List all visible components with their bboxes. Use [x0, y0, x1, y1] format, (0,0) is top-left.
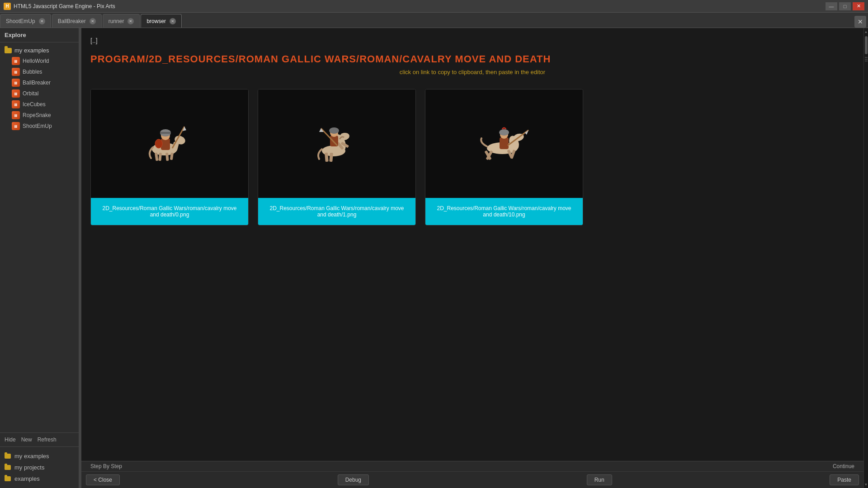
project-icon-HelloWorld: ▦ [12, 57, 20, 65]
sidebar-item-Orbital[interactable]: ▦ Orbital [0, 88, 79, 99]
tab-label-browser: browser [146, 18, 166, 24]
sidebar-examples-link[interactable]: examples [0, 473, 79, 484]
file-preview-2 [425, 89, 583, 198]
app-title: HTML5 Javascript Game Engine - Pix Arts [14, 3, 115, 9]
sidebar-actions: Hide New Refresh [0, 432, 79, 446]
file-preview-1 [258, 89, 416, 198]
step-by-step-button[interactable]: Step By Step [90, 463, 122, 469]
minimize-button[interactable]: — [826, 2, 837, 10]
sidebar-item-IceCubes[interactable]: ▦ IceCubes [0, 99, 79, 110]
svg-point-13 [155, 139, 162, 148]
sidebar-bottom: my examples my projects examples [0, 446, 79, 488]
file-grid: 2D_Resources/Roman Gallic Wars/roman/cav… [90, 89, 854, 225]
project-icon-BallBreaker: ▦ [12, 79, 20, 87]
tab-ShootEmUp[interactable]: ShootEmUp ✕ [0, 14, 51, 28]
project-icon-Orbital: ▦ [12, 89, 20, 98]
file-card-label-0: 2D_Resources/Roman Gallic Wars/roman/cav… [91, 198, 248, 225]
tab-BallBreaker[interactable]: BallBreaker ✕ [52, 14, 102, 28]
browser-content: [..] PROGRAM/2D_RESOURCES/ROMAN GALLIC W… [81, 28, 863, 461]
sidebar-item-label-RopeSnake: RopeSnake [23, 112, 51, 118]
bottom-bar: Step By Step Continue < Close Debug Run … [81, 461, 863, 488]
sidebar-my-projects-label: my projects [14, 464, 44, 471]
breadcrumb-link[interactable]: [..] [90, 37, 98, 44]
tab-bar-close-button[interactable]: ✕ [854, 16, 866, 28]
svg-rect-33 [500, 137, 509, 149]
file-card-0[interactable]: 2D_Resources/Roman Gallic Wars/roman/cav… [90, 89, 249, 225]
sidebar-my-projects-link[interactable]: my projects [0, 462, 79, 473]
scroll-thumb[interactable] [865, 36, 868, 54]
maximize-button[interactable]: □ [839, 2, 851, 10]
sidebar-item-BallBreaker[interactable]: ▦ BallBreaker [0, 77, 79, 88]
sidebar-hide-button[interactable]: Hide [5, 436, 16, 443]
sidebar-tree: my examples ▦ HelloWorld ▦ Bubbles ▦ Bal… [0, 42, 79, 432]
project-icon-Bubbles: ▦ [12, 68, 20, 76]
title-bar-controls[interactable]: — □ ✕ [826, 2, 864, 10]
folder-icon-sm-3 [5, 476, 11, 481]
sidebar-item-label-IceCubes: IceCubes [23, 101, 46, 108]
tab-close-ShootEmUp[interactable]: ✕ [39, 18, 45, 24]
sidebar-header: Explore [0, 28, 79, 42]
svg-point-35 [499, 129, 509, 136]
path-hint: click on link to copy to clipboard, then… [90, 69, 854, 75]
scroll-down-arrow[interactable]: ▼ [864, 483, 868, 486]
cavalry-sprite-0 [147, 126, 193, 162]
main-panel: [..] PROGRAM/2D_RESOURCES/ROMAN GALLIC W… [81, 28, 863, 488]
sidebar-item-label-Orbital: Orbital [23, 90, 38, 97]
continue-button[interactable]: Continue [833, 463, 854, 469]
tab-runner[interactable]: runner ✕ [103, 14, 140, 28]
tab-label-BallBreaker: BallBreaker [58, 18, 86, 24]
title-bar: H HTML5 Javascript Game Engine - Pix Art… [0, 0, 868, 13]
bottom-bar-bottom: < Close Debug Run Paste [81, 472, 863, 488]
svg-point-23 [329, 127, 339, 134]
sidebar-item-label-Bubbles: Bubbles [23, 69, 42, 75]
folder-icon-sm-1 [5, 454, 11, 459]
scroll-up-arrow[interactable]: ▲ [864, 30, 868, 33]
sidebar-my-examples-label: my examples [14, 453, 49, 460]
tab-label-ShootEmUp: ShootEmUp [6, 18, 35, 24]
tab-bar: ShootEmUp ✕ BallBreaker ✕ runner ✕ brows… [0, 13, 868, 28]
scroll-lines [865, 57, 868, 61]
project-icon-RopeSnake: ▦ [12, 111, 20, 119]
right-scrollbar[interactable]: ▲ ▼ [863, 28, 868, 488]
sidebar-folder-label: my examples [14, 47, 49, 54]
sidebar-item-RopeSnake[interactable]: ▦ RopeSnake [0, 110, 79, 121]
sidebar-item-label-BallBreaker: BallBreaker [23, 80, 51, 86]
sidebar-item-Bubbles[interactable]: ▦ Bubbles [0, 66, 79, 77]
path-heading: PROGRAM/2D_RESOURCES/ROMAN GALLIC WARS/R… [90, 53, 854, 65]
sidebar-refresh-button[interactable]: Refresh [38, 436, 57, 443]
close-button[interactable]: < Close [86, 474, 120, 485]
sidebar-item-label-ShootEmUp: ShootEmUp [23, 123, 52, 129]
folder-icon [5, 48, 12, 53]
tab-label-runner: runner [108, 18, 124, 24]
title-bar-left: H HTML5 Javascript Game Engine - Pix Art… [4, 3, 115, 10]
file-card-label-1: 2D_Resources/Roman Gallic Wars/roman/cav… [258, 198, 415, 225]
tab-browser[interactable]: browser ✕ [141, 14, 182, 28]
content-area: Explore my examples ▦ HelloWorld ▦ Bubbl… [0, 28, 868, 488]
cavalry-sprite-1 [315, 126, 360, 162]
project-icon-ShootEmUp: ▦ [12, 122, 20, 130]
sidebar-examples-label: examples [14, 475, 40, 482]
tab-close-runner[interactable]: ✕ [127, 18, 134, 24]
run-button[interactable]: Run [587, 474, 612, 485]
bottom-bar-top: Step By Step Continue [81, 461, 863, 472]
project-icon-IceCubes: ▦ [12, 100, 20, 108]
paste-button[interactable]: Paste [830, 474, 859, 485]
file-card-label-2: 2D_Resources/Roman Gallic Wars/roman/cav… [425, 198, 583, 225]
sidebar-my-examples-link[interactable]: my examples [0, 450, 79, 462]
sidebar-my-examples-folder[interactable]: my examples [0, 45, 79, 56]
tab-close-browser[interactable]: ✕ [170, 18, 176, 24]
app-container: ShootEmUp ✕ BallBreaker ✕ runner ✕ brows… [0, 13, 868, 488]
folder-icon-sm-2 [5, 465, 11, 470]
app-icon: H [4, 3, 11, 10]
file-card-2[interactable]: 2D_Resources/Roman Gallic Wars/roman/cav… [425, 89, 583, 225]
sidebar-new-button[interactable]: New [21, 436, 32, 443]
sidebar: Explore my examples ▦ HelloWorld ▦ Bubbl… [0, 28, 79, 488]
sidebar-item-HelloWorld[interactable]: ▦ HelloWorld [0, 56, 79, 66]
sidebar-item-ShootEmUp[interactable]: ▦ ShootEmUp [0, 121, 79, 131]
window-close-button[interactable]: ✕ [853, 2, 864, 10]
file-card-1[interactable]: 2D_Resources/Roman Gallic Wars/roman/cav… [258, 89, 416, 225]
tab-close-BallBreaker[interactable]: ✕ [90, 18, 96, 24]
svg-rect-10 [160, 132, 171, 134]
debug-button[interactable]: Debug [338, 474, 369, 485]
cavalry-sprite-2 [480, 126, 529, 162]
